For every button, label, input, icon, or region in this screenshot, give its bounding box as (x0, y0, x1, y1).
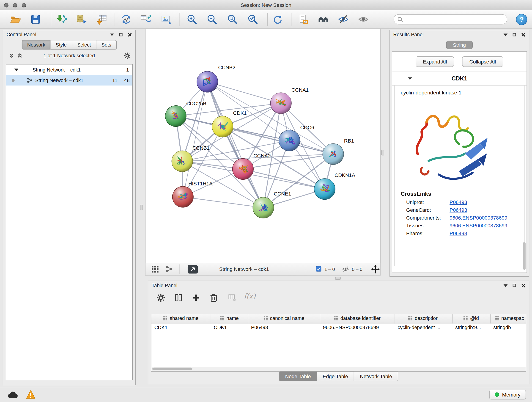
tab-string[interactable]: String (446, 41, 473, 49)
minimize-window-button[interactable] (13, 3, 17, 7)
tab-sets[interactable]: Sets (96, 40, 117, 50)
close-window-button[interactable] (4, 3, 8, 7)
uniprot-link[interactable]: P06493 (450, 199, 467, 205)
birdseye-view-button[interactable] (188, 265, 198, 274)
tab-network[interactable]: Network (22, 40, 51, 50)
home-button[interactable] (317, 13, 329, 25)
duplicate-page-button[interactable] (297, 13, 309, 25)
close-panel-icon[interactable] (128, 32, 132, 37)
share-view-icon[interactable] (165, 265, 173, 273)
results-panel: Results Panel String Expand All Collapse… (389, 30, 529, 277)
scrollbar-thumb[interactable] (152, 368, 192, 370)
network-view-toolbar: String Network – cdk1 1 – 0 0 – 0 (146, 263, 380, 275)
tab-style[interactable]: Style (51, 40, 72, 50)
columns-icon[interactable] (174, 293, 183, 302)
column-header[interactable]: @id (452, 314, 490, 323)
pharos-link[interactable]: P06493 (450, 230, 467, 236)
zoom-out-button[interactable] (206, 13, 218, 25)
network-canvas[interactable]: CCNB2CCNA1CDC25BCDK1CDC6RB1CCNB1CCNA2CDK… (146, 29, 381, 263)
vertical-splitter-handle[interactable] (140, 205, 143, 210)
grid-view-icon[interactable] (151, 265, 159, 274)
column-header[interactable]: canonical name (248, 314, 320, 323)
horizontal-scrollbar[interactable] (152, 367, 526, 371)
zoom-selected-button[interactable] (247, 13, 259, 25)
table-cell[interactable]: cyclin-dependent ... (394, 323, 452, 332)
clone-network-button[interactable] (120, 13, 132, 25)
tree-expand-icon[interactable] (14, 68, 18, 71)
network-row[interactable]: String Network – cdk1 11 48 (6, 75, 133, 85)
protein-section-header[interactable]: CDK1 (392, 72, 526, 85)
close-panel-icon[interactable] (521, 283, 526, 288)
expand-all-button[interactable]: Expand All (416, 56, 454, 67)
network-collection-row[interactable]: String Network – cdk1 1 (6, 64, 133, 75)
create-network-from-table-button[interactable] (140, 13, 152, 25)
export-image-button[interactable] (160, 13, 172, 25)
show-graphics-details-button[interactable] (358, 13, 369, 25)
collapse-panel-icon[interactable] (504, 284, 508, 287)
zoom-window-button[interactable] (22, 3, 26, 7)
table-panel-title: Table Panel (152, 283, 177, 288)
import-network-from-database-button[interactable] (76, 13, 87, 25)
arrow-up-right-icon (190, 267, 195, 272)
hide-graphics-details-button[interactable] (337, 13, 349, 25)
help-button[interactable]: ? (516, 14, 527, 25)
genecard-link[interactable]: P06493 (450, 207, 467, 213)
function-builder-icon[interactable]: f(x) (244, 292, 256, 300)
pan-move-icon[interactable] (371, 265, 380, 274)
zoom-in-button[interactable] (186, 13, 198, 25)
collapse-panel-icon[interactable] (504, 33, 508, 36)
collapse-panel-icon[interactable] (110, 33, 114, 36)
tissues-link[interactable]: 9606.ENSP00000378699 (450, 223, 507, 228)
status-bar: Memory (0, 387, 532, 402)
close-panel-icon[interactable] (521, 32, 526, 37)
open-session-button[interactable] (9, 13, 21, 25)
table-cell[interactable]: P06493 (248, 323, 320, 332)
tab-node-table[interactable]: Node Table (279, 371, 317, 381)
vertical-splitter-handle[interactable] (381, 150, 384, 156)
gear-icon[interactable] (124, 52, 131, 59)
network-view-title: String Network – cdk1 (219, 266, 269, 272)
tab-edge-table[interactable]: Edge Table (317, 371, 354, 381)
refresh-button[interactable] (272, 13, 283, 25)
hidden-eye-icon[interactable] (342, 266, 349, 273)
table-cell[interactable]: CDK1 (211, 323, 248, 332)
results-scrollbar[interactable] (523, 242, 526, 270)
selected-indicator-checkbox[interactable] (316, 266, 322, 272)
add-icon[interactable] (192, 293, 201, 302)
table-tabs: Node Table Edge Table Network Table (279, 371, 398, 381)
search-box[interactable] (394, 14, 507, 24)
search-input[interactable] (403, 17, 503, 22)
import-table-button[interactable] (96, 13, 108, 25)
float-panel-icon[interactable] (513, 33, 516, 36)
gear-icon[interactable] (157, 293, 165, 302)
column-header[interactable]: namespac (490, 314, 526, 323)
search-icon (397, 17, 403, 22)
table-cell[interactable]: stringdb (490, 323, 526, 332)
float-panel-icon[interactable] (513, 284, 516, 287)
compartments-link[interactable]: 9606.ENSP00000378699 (450, 215, 507, 220)
column-header[interactable]: shared name (151, 314, 210, 323)
horizontal-splitter-handle[interactable] (335, 277, 341, 280)
table-cell[interactable]: CDK1 (151, 323, 210, 332)
column-header[interactable]: database identifier (320, 314, 394, 323)
tab-network-table[interactable]: Network Table (354, 371, 398, 381)
float-panel-icon[interactable] (119, 33, 123, 36)
zoom-fit-button[interactable] (227, 13, 238, 25)
table-cell[interactable]: 9606.ENSP00000378699 (320, 323, 394, 332)
section-expand-icon[interactable] (408, 77, 412, 80)
table-row[interactable]: CDK1 CDK1 P06493 9606.ENSP00000378699 cy… (151, 323, 526, 332)
column-header[interactable]: name (211, 314, 248, 323)
import-network-button[interactable] (56, 13, 67, 25)
delete-icon[interactable] (209, 293, 218, 302)
column-header[interactable]: description (394, 314, 452, 323)
warning-icon[interactable] (25, 390, 36, 400)
collapse-all-button[interactable]: Collapse All (462, 56, 503, 67)
cloud-icon[interactable] (7, 390, 18, 399)
network-tree: String Network – cdk1 1 String Network –… (6, 64, 133, 380)
node-label: CCNA2 (253, 153, 271, 159)
save-session-button[interactable] (30, 13, 41, 25)
table-cell[interactable]: stringdb:9... (452, 323, 490, 332)
node-label: RB1 (344, 138, 354, 144)
memory-button[interactable]: Memory (489, 390, 526, 400)
tab-select[interactable]: Select (72, 40, 96, 50)
